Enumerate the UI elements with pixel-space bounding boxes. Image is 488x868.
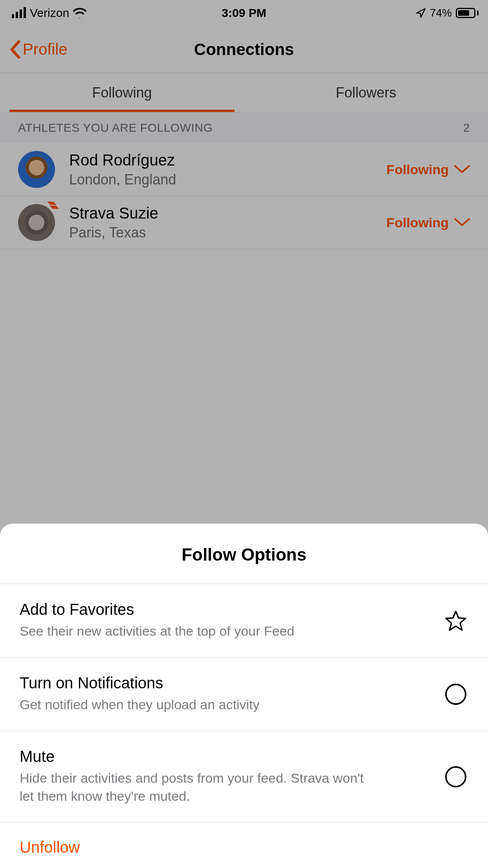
chevron-down-icon [454,165,470,174]
tab-following[interactable]: Following [0,73,244,112]
tab-following-label: Following [92,85,152,101]
chevron-left-icon [9,40,20,59]
location-arrow-icon [416,8,426,18]
option-subtitle: See their new activities at the top of y… [20,622,381,640]
back-button[interactable]: Profile [9,40,67,59]
strava-badge-icon [46,200,59,213]
cell-signal-icon [12,8,26,18]
nav-header: Profile Connections [0,26,488,73]
unfollow-button[interactable]: Unfollow [0,823,488,860]
status-bar: Verizon 3:09 PM 74% [0,0,488,26]
athlete-name: Rod Rodríguez [69,151,372,169]
athlete-location: London, England [69,171,372,188]
svg-marker-1 [50,206,59,209]
athlete-info: Strava Suzie Paris, Texas [69,204,372,241]
tabs: Following Followers [0,73,488,112]
tab-followers[interactable]: Followers [244,73,488,112]
radio-unchecked-icon [443,764,468,789]
following-label: Following [386,162,449,177]
avatar [18,151,55,188]
star-icon [443,608,468,633]
sheet-title: Follow Options [0,524,488,584]
option-title: Turn on Notifications [20,674,427,692]
following-dropdown[interactable]: Following [386,215,470,230]
option-turn-on-notifications[interactable]: Turn on Notifications Get notified when … [0,658,488,731]
option-title: Mute [20,748,427,765]
option-title: Add to Favorites [20,601,427,618]
battery-pct-label: 74% [430,7,452,19]
option-subtitle: Get notified when they upload an activit… [20,696,381,714]
carrier-label: Verizon [30,6,69,20]
option-subtitle: Hide their activities and posts from you… [20,769,381,805]
tab-followers-label: Followers [336,85,396,101]
follow-options-sheet: Follow Options Add to Favorites See thei… [0,524,488,868]
option-mute[interactable]: Mute Hide their activities and posts fro… [0,731,488,823]
avatar [18,204,55,241]
svg-marker-2 [446,611,466,630]
status-right: 74% [416,7,479,19]
page-title: Connections [194,40,294,59]
back-label: Profile [23,40,67,58]
section-title: ATHLETES YOU ARE FOLLOWING [18,121,213,134]
unfollow-label: Unfollow [20,839,80,856]
chevron-down-icon [454,218,470,227]
battery-icon [456,8,479,18]
athlete-location: Paris, Texas [69,224,372,241]
list-item[interactable]: Strava Suzie Paris, Texas Following [0,196,488,249]
athlete-name: Strava Suzie [69,204,372,222]
radio-unchecked-icon [443,682,468,707]
athlete-list: Rod Rodríguez London, England Following … [0,143,488,249]
following-label: Following [386,215,449,230]
option-add-to-favorites[interactable]: Add to Favorites See their new activitie… [0,584,488,658]
section-header: ATHLETES YOU ARE FOLLOWING 2 [0,112,488,143]
list-item[interactable]: Rod Rodríguez London, England Following [0,143,488,196]
svg-marker-0 [47,202,57,205]
section-count: 2 [463,121,470,134]
status-left: Verizon [12,6,86,20]
status-time: 3:09 PM [222,6,266,20]
athlete-info: Rod Rodríguez London, England [69,151,372,188]
following-dropdown[interactable]: Following [386,162,470,177]
wifi-icon [73,8,86,18]
